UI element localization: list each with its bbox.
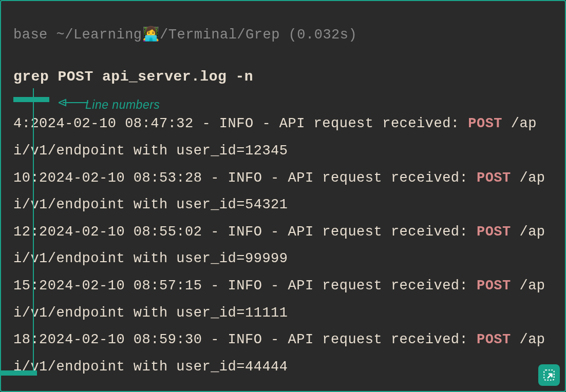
terminal-window[interactable]: base ~/Learning👩‍💻/Terminal/Grep (0.032s… [1,1,565,392]
line-separator: : [30,224,39,240]
annotation-label: Line numbers [85,93,160,116]
prompt-timing: (0.032s) [289,27,357,43]
line-text-pre: 2024-02-10 08:55:02 - INFO - API request… [39,224,477,240]
line-text-pre: 2024-02-10 08:59:30 - INFO - API request… [39,332,477,347]
line-separator: : [30,332,39,347]
line-text-pre: 2024-02-10 08:57:15 - INFO - API request… [39,278,477,293]
line-separator: : [22,116,31,131]
arrow-left-icon [59,98,89,107]
grep-match: POST [468,116,502,131]
output-line: 10:2024-02-10 08:53:28 - INFO - API requ… [13,165,553,219]
annotation-row: Line numbers [13,97,553,108]
line-number: 18 [13,332,30,347]
line-number: 12 [13,224,30,240]
grep-match: POST [477,278,511,293]
shell-prompt: base ~/Learning👩‍💻/Terminal/Grep (0.032s… [13,22,553,49]
svg-rect-2 [544,370,554,380]
prompt-env: base [13,27,48,43]
line-separator: : [30,278,39,293]
line-text-pre: 2024-02-10 08:47:32 - INFO - API request… [30,116,468,131]
annotation-bracket-side [33,88,34,376]
output-line: 18:2024-02-10 08:59:30 - INFO - API requ… [13,326,553,380]
output-line: 12:2024-02-10 08:55:02 - INFO - API requ… [13,219,553,272]
annotation-bracket-bottom [1,370,37,376]
line-number: 15 [13,278,30,293]
line-number: 10 [13,170,30,186]
grep-match: POST [477,224,511,240]
annotation-bracket-top [13,97,49,102]
line-text-pre: 2024-02-10 08:53:28 - INFO - API request… [39,170,477,186]
output-line: 4:2024-02-10 08:47:32 - INFO - API reque… [13,110,553,164]
line-number: 4 [13,116,22,131]
grep-match: POST [477,170,511,186]
expand-icon[interactable] [538,364,560,386]
output-line: 15:2024-02-10 08:57:15 - INFO - API requ… [13,272,553,326]
grep-match: POST [477,332,511,347]
line-separator: : [30,170,39,186]
command-input: grep POST api_server.log -n [13,63,553,91]
prompt-path: ~/Learning👩‍💻/Terminal/Grep [56,27,280,43]
command-output: 4:2024-02-10 08:47:32 - INFO - API reque… [13,110,553,380]
